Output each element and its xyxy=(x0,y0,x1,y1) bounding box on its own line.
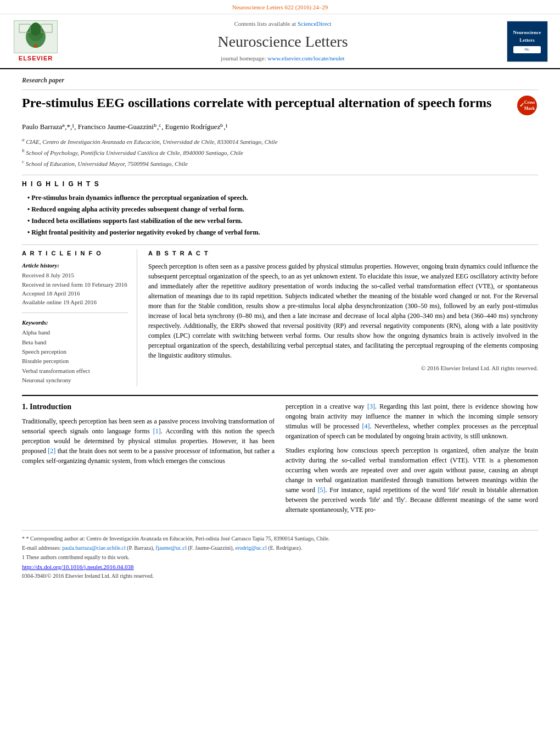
doi-link[interactable]: http://dx.doi.org/10.1016/j.neulet.2016.… xyxy=(22,564,134,570)
keywords-label: Keywords: xyxy=(22,319,128,327)
article-history: Article history: Received 8 July 2015 Re… xyxy=(22,261,128,307)
journal-logo-right: Neuroscience Letters NL xyxy=(505,21,549,62)
intro-two-col: 1. Introduction Traditionally, speech pe… xyxy=(22,401,538,519)
email-link-3[interactable]: erodrig@uc.cl xyxy=(236,545,267,551)
highlight-item-4: Right frontal positivity and posterior n… xyxy=(27,228,538,237)
intro-right-col: perception in a creative way [3]. Regard… xyxy=(285,401,538,519)
journal-citation-bar: Neuroscience Letters 622 (2016) 24–29 xyxy=(0,0,560,14)
received-date: Received 8 July 2015 xyxy=(22,271,128,280)
page: Neuroscience Letters 622 (2016) 24–29 xyxy=(0,0,560,591)
ref-3[interactable]: [3] xyxy=(367,403,375,410)
abstract-column: A B S T R A C T Speech perception is oft… xyxy=(148,249,538,386)
intro-left-p1: Traditionally, speech perception has bee… xyxy=(22,416,275,466)
article-type: Research paper xyxy=(22,76,538,85)
highlights-label: H I G H L I G H T S xyxy=(22,180,538,189)
abstract-copyright: © 2016 Elsevier Ireland Ltd. All rights … xyxy=(148,364,538,373)
article-title-row: Pre-stimulus EEG oscillations correlate … xyxy=(22,94,538,116)
sciencedirect-link[interactable]: ScienceDirect xyxy=(298,20,332,27)
highlights-list: Pre-stimulus brain dynamics influence th… xyxy=(22,193,538,237)
abstract-text: Speech perception is often seen as a pas… xyxy=(148,261,538,373)
article-info-abstract: A R T I C L E I N F O Article history: R… xyxy=(22,249,538,386)
footnote-email: E-mail addresses: paula.barraza@ciae.uch… xyxy=(22,544,538,552)
divider-after-type xyxy=(22,90,538,90)
article-info-column: A R T I C L E I N F O Article history: R… xyxy=(22,249,137,386)
keyword-6: Neuronal synchrony xyxy=(22,376,128,384)
elsevier-tree-image xyxy=(14,20,58,53)
authors: Paulo Barrazaᵃ,*,¹, Francisco Jaume-Guaz… xyxy=(22,122,538,132)
journal-citation: Neuroscience Letters 622 (2016) 24–29 xyxy=(232,4,328,10)
article-info-label: A R T I C L E I N F O xyxy=(22,249,128,258)
affiliation-c: c School of Education, Universidad Mayor… xyxy=(22,158,538,168)
accepted-date: Accepted 18 April 2016 xyxy=(22,289,128,298)
issn-copyright: 0304-3940/© 2016 Elsevier Ireland Ltd. A… xyxy=(22,572,538,580)
highlight-item-2: Reduced ongoing alpha activity precedes … xyxy=(27,205,538,214)
main-content: Research paper Pre-stimulus EEG oscillat… xyxy=(0,69,560,591)
elsevier-wordmark: ELSEVIER xyxy=(19,54,53,63)
journal-header: ELSEVIER Contents lists available at Sci… xyxy=(0,14,560,69)
journal-name: Neuroscience Letters xyxy=(71,31,494,52)
intro-heading: 1. Introduction xyxy=(22,401,275,412)
journal-homepage: journal homepage: www.elsevier.com/locat… xyxy=(71,54,494,63)
ref-4[interactable]: [4] xyxy=(362,422,370,430)
affiliation-a: a CIAE, Centro de Investigación Avanzada… xyxy=(22,136,538,146)
keyword-1: Alpha band xyxy=(22,328,128,337)
divider-after-highlights xyxy=(22,244,538,245)
divider-highlights xyxy=(22,175,538,175)
crossmark-icon: ✓CrossMark xyxy=(517,96,537,115)
affiliation-b: b School of Psychology, Pontificia Unive… xyxy=(22,147,538,157)
affiliations: a CIAE, Centro de Investigación Avanzada… xyxy=(22,136,538,168)
divider-body xyxy=(22,395,538,396)
journal-homepage-link[interactable]: www.elsevier.com/locate/neulet xyxy=(267,55,344,62)
history-label: Article history: xyxy=(22,261,128,270)
divider-kw xyxy=(22,313,128,313)
highlight-item-1: Pre-stimulus brain dynamics influence th… xyxy=(27,193,538,203)
email-link-1[interactable]: paula.barraza@ciae.uchile.cl xyxy=(62,545,126,551)
footnote-1: 1 These authors contributed equally to t… xyxy=(22,554,538,561)
elsevier-logo: ELSEVIER xyxy=(11,20,60,63)
footnote-star: * * Corresponding author at: Centro de I… xyxy=(22,535,538,543)
intro-left-col: 1. Introduction Traditionally, speech pe… xyxy=(22,401,275,519)
ref-5[interactable]: [5] xyxy=(318,486,326,494)
ref-2[interactable]: [2] xyxy=(48,447,55,455)
doi-line: http://dx.doi.org/10.1016/j.neulet.2016.… xyxy=(22,563,538,571)
sciencedirect-link-text: Contents lists available at ScienceDirec… xyxy=(71,20,494,28)
article-title: Pre-stimulus EEG oscillations correlate … xyxy=(22,94,508,111)
svg-point-4 xyxy=(30,23,41,36)
keyword-4: Bistable perception xyxy=(22,357,128,365)
abstract-label: A B S T R A C T xyxy=(148,249,538,258)
keyword-3: Speech perception xyxy=(22,348,128,356)
keyword-2: Beta band xyxy=(22,338,128,347)
highlights-section: H I G H L I G H T S Pre-stimulus brain d… xyxy=(22,180,538,237)
crossmark-badge: ✓CrossMark xyxy=(516,94,538,116)
footer-notes: * * Corresponding author at: Centro de I… xyxy=(22,530,538,580)
received-revised-date: Received in revised form 10 February 201… xyxy=(22,281,128,289)
intro-right-p2: Studies exploring how conscious speech p… xyxy=(285,445,538,515)
svg-point-5 xyxy=(34,44,37,48)
intro-right-p1: perception in a creative way [3]. Regard… xyxy=(285,401,538,441)
keywords-section: Keywords: Alpha band Beta band Speech pe… xyxy=(22,319,128,385)
email-link-2[interactable]: fjaume@uc.cl xyxy=(156,545,187,551)
keyword-5: Verbal transformation effect xyxy=(22,367,128,375)
neuroscience-letters-logo: Neuroscience Letters NL xyxy=(507,21,548,62)
ref-1[interactable]: [1] xyxy=(153,427,161,435)
body-section: 1. Introduction Traditionally, speech pe… xyxy=(22,401,538,519)
available-date: Available online 19 April 2016 xyxy=(22,298,128,306)
highlight-item-3: Induced beta oscillations supports fast … xyxy=(27,216,538,226)
journal-center: Contents lists available at ScienceDirec… xyxy=(60,20,505,63)
